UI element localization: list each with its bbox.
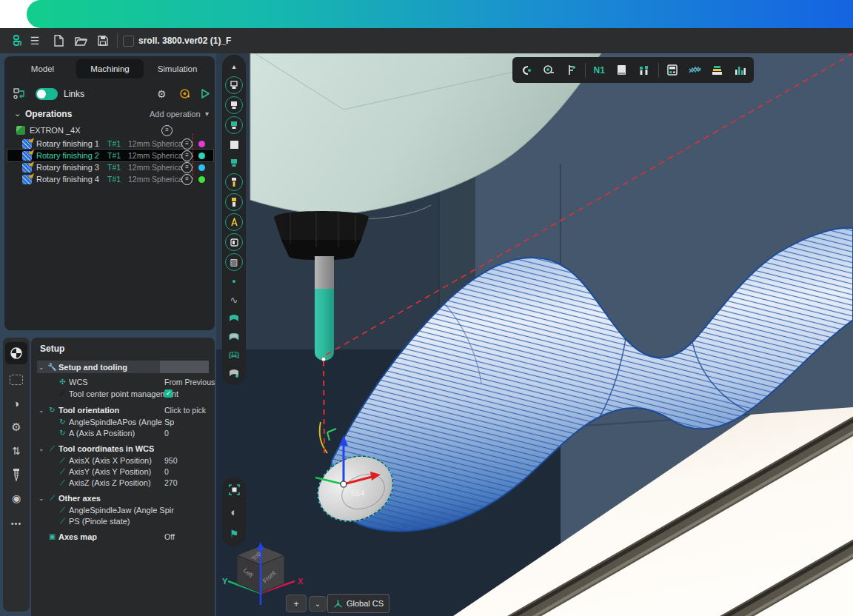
setup-item-row[interactable]: ▣ Axes map Off	[37, 531, 209, 542]
item-value[interactable]: Off	[164, 532, 175, 541]
graph-overlay-icon[interactable]	[686, 62, 704, 78]
holder-display-icon[interactable]	[225, 193, 243, 211]
operation-row-selected[interactable]: Rotary finishing 2 T#1 12mm Spherical ≡	[7, 150, 213, 161]
surface-teal-icon[interactable]	[226, 310, 242, 327]
curve-display-icon[interactable]: ∿	[226, 292, 242, 308]
link-structure-icon[interactable]	[13, 88, 27, 100]
setup-item-row[interactable]: ↻ AngleSpindleAPos (Angle Sp	[37, 416, 209, 427]
setup-group-row[interactable]: ⌄ ⟋ Other axes	[37, 492, 209, 503]
item-value[interactable]: 0	[164, 429, 169, 438]
group-chevron-icon[interactable]: ⌄	[39, 445, 47, 452]
row-menu-icon[interactable]: ≡	[181, 174, 193, 185]
group-chevron-icon[interactable]: ⌄	[39, 406, 47, 414]
calculator-icon[interactable]	[663, 62, 681, 78]
material-hatch-icon[interactable]: ▨	[225, 253, 243, 271]
setup-item-row[interactable]: ⟋ AngleSpindleJaw (Angle Spir	[37, 504, 209, 515]
shaded-view-icon[interactable]: ◐	[226, 503, 242, 520]
setup-item-row[interactable]: ⟋ PS (Pinole state)	[37, 515, 209, 526]
surface-grid-icon[interactable]	[226, 347, 242, 364]
save-glyph	[98, 36, 108, 46]
section-flag-icon[interactable]: ⚑	[226, 526, 242, 542]
add-operation-button[interactable]: Add operation	[150, 110, 201, 118]
item-value[interactable]: From Previous	[164, 378, 215, 386]
play-icon[interactable]	[200, 88, 211, 99]
layers-stack-icon[interactable]	[709, 62, 726, 78]
rotary-dial-icon[interactable]: ◉	[3, 489, 30, 508]
row-menu-icon[interactable]: ≡	[181, 150, 193, 161]
group-value[interactable]: Click to pick	[164, 406, 206, 415]
machine-settings-icon[interactable]: ⚙	[3, 418, 30, 437]
wcs-icon: ✣	[58, 378, 67, 386]
surface-point-icon[interactable]	[226, 366, 242, 382]
setup-item-row[interactable]: ↻ A (Axis A Position) 0	[37, 427, 209, 438]
arbor-display-icon[interactable]	[225, 213, 243, 231]
viewport-3d[interactable]: 554 Top Left Front Y X ▴	[216, 53, 853, 616]
caliper-icon[interactable]	[562, 62, 580, 78]
gcode-n1-icon[interactable]: N1	[590, 62, 608, 78]
stock-wireframe-icon[interactable]	[225, 76, 243, 94]
point-display-icon[interactable]: •	[226, 273, 242, 289]
settings-gear-icon[interactable]: ⚙	[157, 88, 167, 100]
datum-balance-icon[interactable]	[3, 344, 30, 363]
drill-glyph	[13, 469, 20, 481]
more-tools-icon[interactable]: •••	[3, 514, 30, 533]
plain-stock-icon[interactable]	[226, 136, 242, 153]
tool-center-checkbox[interactable]: ✓	[164, 389, 173, 398]
zoom-fit-icon[interactable]	[226, 481, 242, 498]
setup-item-row[interactable]: ⟋ AxisZ (Axis Z Position) 270	[37, 477, 209, 488]
new-file-glyph	[54, 35, 64, 47]
setup-group-row[interactable]: ⌄ ↻ Tool orientation Click to pick	[37, 404, 209, 415]
stock-board-icon[interactable]	[613, 62, 631, 78]
setup-item-row[interactable]: ⟋ AxisY (Axis Y Position) 0	[37, 466, 209, 477]
tab-model[interactable]: Model	[9, 59, 76, 78]
global-cs-button[interactable]: Global CS	[327, 594, 389, 613]
open-folder-icon[interactable]	[73, 34, 88, 47]
machine-housing-icon[interactable]	[225, 233, 243, 251]
row-menu-icon[interactable]: ≡	[161, 125, 173, 136]
axes-travel-icon[interactable]: ⇅	[3, 441, 30, 461]
stock-solid-icon[interactable]	[225, 96, 243, 114]
save-icon[interactable]	[96, 34, 110, 47]
setup-group-row[interactable]: ⌄ 🔧 Setup and tooling	[37, 361, 209, 372]
magnet-snap-icon[interactable]	[517, 62, 535, 78]
operation-row[interactable]: Rotary finishing 1 T#1 12mm Spherical ≡	[7, 138, 213, 150]
operation-chain-connector	[193, 133, 193, 179]
item-value[interactable]: 950	[164, 456, 178, 465]
row-menu-icon[interactable]: ≡	[181, 138, 193, 150]
item-value[interactable]: 270	[164, 478, 178, 487]
group-chevron-icon[interactable]: ⌄	[39, 495, 47, 502]
tape-measure-icon[interactable]	[540, 62, 558, 78]
setup-item-row[interactable]: ☄ Tool center point management ✓	[37, 388, 209, 399]
app-logo[interactable]: go	[6, 32, 25, 50]
operation-root-row[interactable]: EXTRON _4X ≡	[7, 124, 213, 136]
fixture-icon[interactable]: ◑	[3, 394, 30, 413]
main-menu-icon[interactable]: ☰	[27, 34, 42, 47]
setup-group-row[interactable]: ⌄ ⟋ Tool coordinates in WCS	[37, 443, 209, 454]
target-part-icon[interactable]	[226, 155, 242, 171]
simulation-target-icon[interactable]	[179, 88, 190, 99]
stock-rendered-icon[interactable]	[225, 116, 243, 134]
surface-shaded-icon[interactable]	[226, 329, 242, 345]
tool-display-icon[interactable]	[225, 173, 243, 191]
statistics-bars-icon[interactable]	[731, 62, 749, 78]
collapse-toolbar-icon[interactable]: ▴	[226, 58, 242, 74]
tab-machining[interactable]: Machining	[76, 59, 144, 78]
stock-boundary-icon[interactable]	[3, 370, 30, 389]
operation-row[interactable]: Rotary finishing 3 T#1 12mm Spherical ≡	[7, 161, 213, 173]
links-toggle[interactable]	[36, 88, 58, 100]
collapse-operations-icon[interactable]: ⌄	[14, 109, 21, 118]
add-cs-button[interactable]: +	[286, 595, 307, 612]
new-file-icon[interactable]	[51, 34, 66, 47]
group-chevron-icon[interactable]: ⌄	[39, 364, 47, 371]
cs-dropdown-button[interactable]: ⌄	[309, 596, 327, 612]
item-value[interactable]: 0	[164, 467, 169, 476]
tool-drill-icon[interactable]	[3, 465, 30, 484]
tool-pair-icon[interactable]	[635, 62, 653, 78]
row-menu-icon[interactable]: ≡	[181, 162, 193, 173]
setup-item-row[interactable]: ✣ WCS From Previous	[37, 376, 209, 387]
operation-row[interactable]: Rotary finishing 4 T#1 12mm Spherical ≡	[7, 173, 213, 185]
add-operation-caret-icon[interactable]: ▾	[205, 110, 209, 118]
tool-holder	[315, 256, 334, 289]
tab-simulation[interactable]: Simulation	[144, 59, 211, 78]
setup-item-row[interactable]: ⟋ AxisX (Axis X Position) 950	[37, 455, 209, 466]
